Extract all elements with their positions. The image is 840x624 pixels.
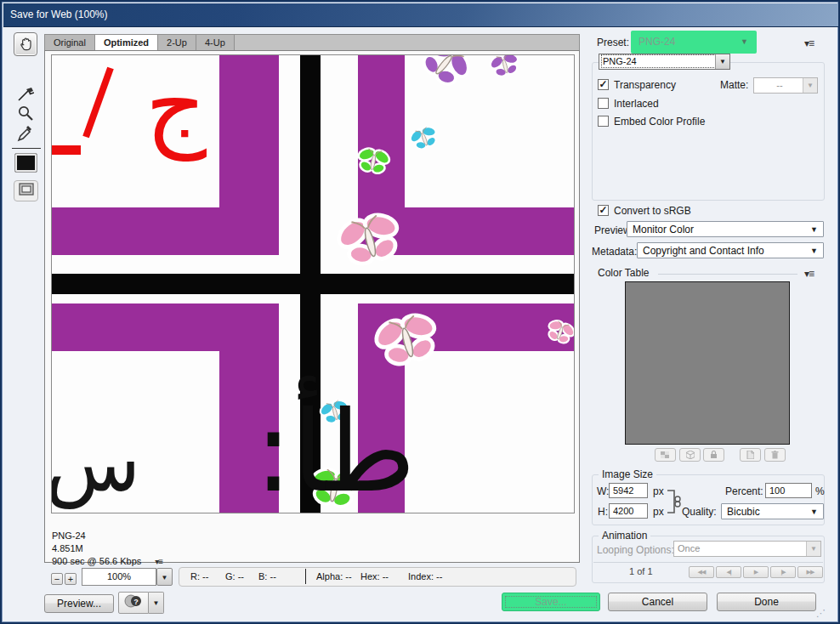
readout-r-label: R: bbox=[190, 571, 200, 581]
format-arrow-icon: ▼ bbox=[715, 54, 729, 69]
animation-title: Animation bbox=[599, 530, 650, 542]
status-menu-icon[interactable]: ▾≡ bbox=[155, 557, 162, 566]
readout-alpha-value: -- bbox=[345, 571, 351, 581]
hand-icon bbox=[17, 36, 34, 53]
percent-input[interactable] bbox=[765, 483, 812, 498]
matte-label: Matte: bbox=[720, 79, 748, 91]
new-color-button[interactable] bbox=[740, 448, 761, 462]
width-unit: px bbox=[653, 485, 664, 497]
convert-to-srgb-checkbox[interactable]: ✓ bbox=[598, 205, 609, 216]
cancel-button[interactable]: Cancel bbox=[608, 593, 707, 611]
browser-select-arrow[interactable]: ▼ bbox=[149, 592, 164, 614]
metadata-value: Copyright and Contact Info bbox=[643, 245, 764, 257]
optimize-status: PNG-24 4.851M 900 sec @ 56.6 Kbps▾≡ bbox=[52, 530, 162, 568]
color-table-menu-icon[interactable]: ▾≡ bbox=[804, 268, 814, 280]
toggle-slices-button[interactable] bbox=[14, 180, 38, 201]
tool-divider bbox=[12, 148, 41, 149]
readout-b-value: -- bbox=[270, 571, 275, 581]
play-button[interactable]: ▶ bbox=[743, 566, 769, 578]
hand-tool-button[interactable] bbox=[14, 32, 37, 56]
last-frame-button[interactable]: ▶▶ bbox=[797, 566, 823, 578]
cross-horizontal bbox=[52, 274, 574, 294]
zoom-icon bbox=[17, 105, 34, 122]
image-size-title: Image Size bbox=[599, 468, 656, 480]
readout-b-label: B: bbox=[258, 571, 267, 581]
eyedropper-color-swatch[interactable] bbox=[14, 153, 37, 173]
zoom-in-button[interactable]: + bbox=[65, 573, 77, 585]
matte-dropdown[interactable]: -- ▼ bbox=[753, 77, 818, 94]
readout-alpha-label: Alpha: bbox=[316, 571, 343, 581]
done-button[interactable]: Done bbox=[717, 593, 816, 611]
title-bar[interactable]: Save for Web (100%) bbox=[3, 3, 838, 27]
height-input[interactable] bbox=[609, 503, 648, 519]
readout-hex-value: -- bbox=[383, 571, 389, 581]
readout-r-value: -- bbox=[202, 571, 208, 581]
format-dropdown[interactable]: PNG-24 ▼ bbox=[599, 54, 730, 70]
zoom-level-field[interactable]: 100% bbox=[82, 568, 156, 586]
save-button[interactable]: Save... bbox=[502, 593, 600, 611]
metadata-dropdown[interactable]: Copyright and Contact Info ▼ bbox=[637, 242, 824, 258]
tab-2up[interactable]: 2-Up bbox=[158, 35, 196, 50]
snap-to-web-palette-button[interactable] bbox=[655, 448, 676, 462]
transparency-map-icon bbox=[661, 447, 670, 462]
readout-g-label: G: bbox=[225, 571, 236, 581]
lock-color-button[interactable] bbox=[703, 448, 724, 462]
new-item-icon bbox=[746, 447, 754, 462]
status-rate: 900 sec @ 56.6 Kbps bbox=[52, 556, 141, 566]
preview-panel: Original Optimized 2-Up 4-Up bbox=[44, 34, 580, 563]
color-table-swatches[interactable] bbox=[625, 281, 790, 445]
browser-globe-icon: ? bbox=[124, 593, 143, 612]
preset-arrow-icon: ▼ bbox=[741, 31, 748, 54]
preview-mode-value: Monitor Color bbox=[633, 224, 694, 235]
quality-dropdown[interactable]: Bicubic ▼ bbox=[721, 503, 824, 519]
frame-status: 1 of 1 bbox=[629, 566, 653, 576]
web-shift-button[interactable] bbox=[679, 448, 701, 462]
zoom-level-dropdown-arrow[interactable]: ▼ bbox=[156, 568, 173, 586]
status-format: PNG-24 bbox=[52, 530, 162, 542]
svg-text:?: ? bbox=[133, 598, 139, 606]
embed-color-profile-checkbox[interactable] bbox=[598, 116, 609, 127]
preset-dropdown[interactable]: PNG-24 ▼ bbox=[631, 31, 757, 54]
delete-color-button[interactable] bbox=[764, 448, 786, 462]
looping-options-dropdown[interactable]: Once ▼ bbox=[673, 541, 821, 557]
next-frame-button[interactable]: |▶ bbox=[770, 566, 796, 578]
resize-grip[interactable]: ⋰ bbox=[816, 607, 828, 619]
constrain-link-icon[interactable] bbox=[667, 488, 682, 519]
previous-frame-button[interactable]: ◀| bbox=[716, 566, 741, 578]
quality-arrow-icon: ▼ bbox=[810, 508, 818, 516]
zoom-out-button[interactable]: − bbox=[51, 573, 63, 585]
zoom-tool-button[interactable] bbox=[15, 104, 36, 122]
readout-index-label: Index: bbox=[408, 571, 434, 581]
readout-g-value: -- bbox=[238, 571, 244, 581]
matte-value: -- bbox=[758, 80, 802, 90]
browser-select-button[interactable]: ? bbox=[118, 592, 149, 614]
optimized-image-preview[interactable]: ج س طأ: bbox=[51, 54, 575, 513]
tl-border-horizontal bbox=[52, 207, 279, 255]
tab-4up[interactable]: 4-Up bbox=[196, 35, 235, 50]
transparency-checkbox[interactable]: ✓ bbox=[598, 79, 609, 90]
preview-mode-dropdown[interactable]: Monitor Color ▼ bbox=[627, 221, 824, 237]
slice-select-icon bbox=[17, 87, 34, 102]
percent-unit: % bbox=[815, 485, 825, 497]
tab-optimized[interactable]: Optimized bbox=[95, 35, 158, 50]
bl-arabic-letter: س bbox=[52, 418, 140, 509]
tab-original[interactable]: Original bbox=[45, 35, 95, 50]
preview-in-browser-button[interactable]: Preview... bbox=[44, 594, 114, 613]
readout-divider bbox=[305, 569, 306, 584]
looping-options-value: Once bbox=[678, 543, 805, 553]
first-frame-button[interactable]: ◀◀ bbox=[689, 566, 714, 578]
embed-color-profile-label: Embed Color Profile bbox=[614, 116, 705, 128]
eyedropper-tool-button[interactable] bbox=[15, 124, 36, 143]
quality-label: Quality: bbox=[682, 506, 717, 518]
preset-panel-menu-icon[interactable]: ▾≡ bbox=[804, 37, 814, 49]
metadata-arrow-icon: ▼ bbox=[810, 247, 818, 255]
convert-to-srgb-label: Convert to sRGB bbox=[614, 205, 691, 217]
looping-options-label: Looping Options: bbox=[597, 544, 674, 556]
width-input[interactable] bbox=[609, 483, 648, 498]
window-title: Save for Web (100%) bbox=[10, 9, 108, 20]
slice-select-tool-button[interactable] bbox=[15, 85, 36, 104]
format-value: PNG-24 bbox=[603, 56, 714, 66]
trash-icon bbox=[771, 447, 779, 462]
interlaced-checkbox[interactable] bbox=[598, 98, 609, 109]
readout-hex-label: Hex: bbox=[360, 571, 380, 581]
